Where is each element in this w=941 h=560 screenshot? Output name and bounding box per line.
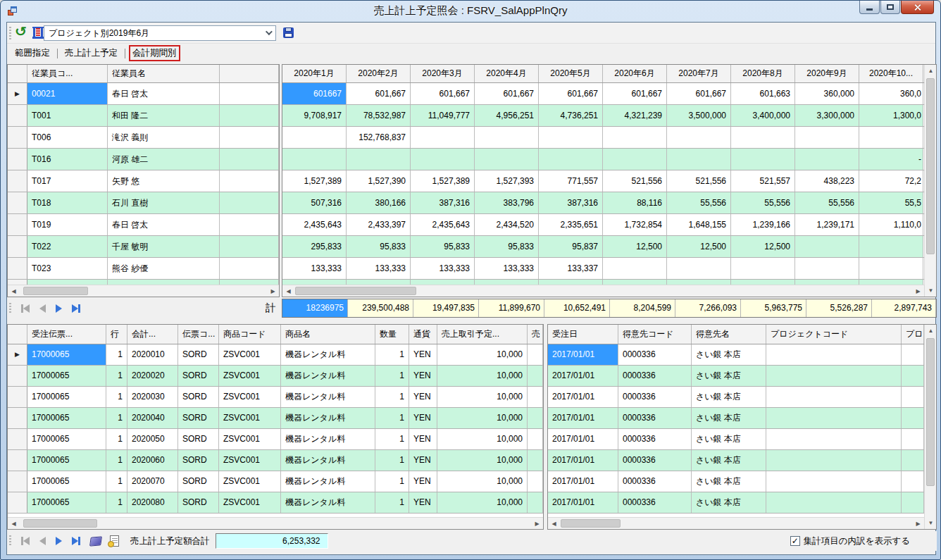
cell-line[interactable]: 1	[106, 366, 127, 386]
table-row[interactable]: 133,333133,333133,333133,333133,337	[282, 258, 936, 280]
cell[interactable]: 12,500	[667, 236, 731, 257]
cell-order_no[interactable]: 17000065	[27, 408, 106, 428]
cell-line[interactable]: 1	[106, 471, 127, 492]
cell[interactable]: 438,223	[795, 170, 859, 192]
cell-date[interactable]: 2017/01/01	[548, 429, 618, 449]
cell[interactable]	[347, 149, 411, 170]
table-row[interactable]: T022千屋 敏明	[8, 236, 279, 258]
scroll-left-icon[interactable]: ◀	[548, 518, 560, 530]
cell[interactable]	[282, 127, 347, 148]
profile-combobox[interactable]: プロジェクト別2019年6月	[44, 25, 276, 41]
cell-item_code[interactable]: ZSVC001	[219, 450, 281, 471]
cell-cust_code[interactable]: 0000336	[618, 492, 692, 513]
table-row[interactable]: T001和田 隆二	[8, 105, 279, 127]
cell-name[interactable]: 和田 隆二	[108, 105, 220, 126]
table-row[interactable]: 888,877888,878888,877888,877888,875686,6…	[282, 280, 936, 285]
total-cell[interactable]: 5,526,287	[806, 299, 872, 317]
column-header[interactable]: 通貨	[409, 325, 437, 344]
row-selector[interactable]	[8, 366, 27, 386]
minimize-button[interactable]	[859, 1, 880, 14]
cell-date[interactable]: 2017/01/01	[548, 408, 618, 428]
cell-cust_code[interactable]: 0000336	[618, 471, 692, 492]
cell[interactable]: 55,556	[795, 192, 859, 213]
cell[interactable]: 3,300,000	[795, 105, 859, 126]
scroll-right-icon[interactable]: ▶	[531, 518, 543, 530]
cell[interactable]: 601,667	[603, 83, 667, 104]
cell-amount[interactable]: 10,000	[437, 471, 528, 492]
cell-extra[interactable]	[528, 429, 543, 449]
cell-qty[interactable]: 1	[375, 366, 409, 386]
cell[interactable]: 686,658	[667, 280, 731, 285]
cell[interactable]	[795, 127, 859, 148]
cell-currency[interactable]: YEN	[409, 408, 437, 428]
cell-code[interactable]: T016	[27, 149, 108, 170]
table-row[interactable]: 1700006512020040SORDZSVC001機器レンタル料1YEN10…	[8, 408, 543, 429]
total-cell[interactable]: 2,897,743	[872, 299, 936, 317]
table-row[interactable]: 1,527,3891,527,3901,527,3891,527,393771,…	[282, 170, 936, 192]
cell-order_no[interactable]: 17000065	[27, 450, 106, 471]
row-selector[interactable]: ▶	[8, 344, 27, 365]
scroll-right-icon[interactable]: ▶	[267, 285, 279, 297]
cell[interactable]: 521,557	[731, 170, 795, 192]
cell-period[interactable]: 2020030	[127, 387, 178, 407]
column-header[interactable]: 2020年9月	[795, 65, 859, 82]
cell[interactable]	[667, 258, 731, 279]
cell-proj_extra[interactable]	[902, 366, 924, 386]
cell-currency[interactable]: YEN	[409, 344, 437, 365]
cell-name[interactable]: 石川 直樹	[108, 192, 220, 213]
cell[interactable]: 78,532,987	[347, 105, 411, 126]
cell[interactable]: 1,648,155	[667, 214, 731, 235]
cell-item_code[interactable]: ZSVC001	[219, 366, 281, 386]
cell-blank[interactable]	[220, 214, 279, 235]
row-selector[interactable]	[8, 450, 27, 471]
cell[interactable]: 360,0	[859, 83, 923, 104]
total-cell[interactable]: 8,204,599	[610, 299, 675, 317]
cell-name[interactable]: 千屋 敏明	[108, 236, 220, 257]
cell[interactable]: 55,556	[731, 192, 795, 213]
cell-code[interactable]: T017	[27, 170, 108, 192]
column-header[interactable]: 受注伝票...	[27, 325, 106, 344]
scrollbar-thumb[interactable]	[23, 519, 97, 528]
row-selector[interactable]	[8, 149, 27, 170]
cell[interactable]: 2,433,397	[347, 214, 411, 235]
cell-order_no[interactable]: 17000065	[27, 387, 106, 407]
cell-proj_code[interactable]	[766, 366, 902, 386]
scrollbar-thumb[interactable]	[23, 287, 88, 295]
cell[interactable]: 521,556	[603, 170, 667, 192]
column-header[interactable]: 受注日	[548, 325, 618, 344]
cell-amount[interactable]: 10,000	[437, 492, 528, 513]
cell[interactable]: 387,316	[411, 192, 475, 213]
cell-cust_code[interactable]: 0000336	[618, 366, 692, 386]
cell-item_code[interactable]: ZSVC001	[219, 471, 281, 492]
cell-slip_type[interactable]: SORD	[178, 492, 219, 513]
cell[interactable]: 95,833	[347, 236, 411, 257]
table-row[interactable]: 507,316380,166387,316383,796387,31688,11…	[282, 192, 936, 214]
cell[interactable]: 12,500	[731, 236, 795, 257]
cell-item_name[interactable]: 機器レンタル料	[281, 344, 375, 365]
table-row[interactable]: 1700006512020020SORDZSVC001機器レンタル料1YEN10…	[8, 366, 543, 387]
cell[interactable]: 380,166	[347, 192, 411, 213]
table-row[interactable]: 2017/01/010000336さい銀 本店	[548, 408, 936, 429]
tab-accounting-period[interactable]: 会計期間別	[129, 45, 180, 61]
cell[interactable]	[411, 149, 475, 170]
cell-slip_type[interactable]: SORD	[178, 429, 219, 449]
cell-proj_extra[interactable]	[902, 450, 924, 471]
cell[interactable]: 55,556	[667, 192, 731, 213]
cell-extra[interactable]	[528, 344, 543, 365]
cell-line[interactable]: 1	[106, 429, 127, 449]
column-header[interactable]: 2020年10...	[859, 65, 923, 82]
row-header-corner[interactable]	[8, 65, 27, 82]
cell-code[interactable]: T022	[27, 236, 108, 257]
cell-cust_code[interactable]: 0000336	[618, 408, 692, 428]
cell[interactable]	[795, 236, 859, 257]
show-breakdown-checkbox[interactable]: ✓	[790, 536, 800, 546]
cell[interactable]	[603, 127, 667, 148]
cell-order_no[interactable]: 17000065	[27, 492, 106, 513]
row-selector[interactable]	[8, 492, 27, 513]
column-header[interactable]: プロジェクトコード	[766, 325, 902, 344]
cell[interactable]: 3,400,000	[731, 105, 795, 126]
cell-currency[interactable]: YEN	[409, 366, 437, 386]
column-header[interactable]: 2020年1月	[282, 65, 347, 82]
cell-period[interactable]: 2020070	[127, 471, 178, 492]
row-selector[interactable]	[8, 429, 27, 449]
